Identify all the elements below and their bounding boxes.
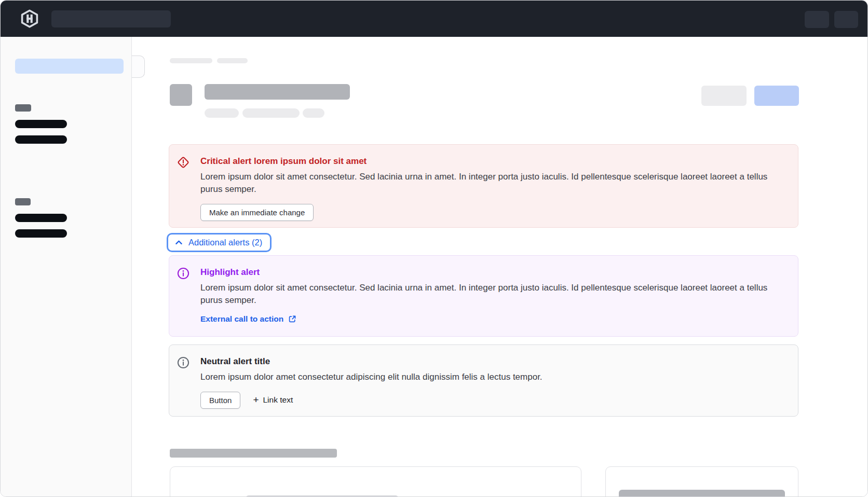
navbar-action-skeleton-2[interactable]: [834, 11, 858, 28]
card-bar-skeleton-2: [619, 490, 785, 497]
page-icon-skeleton: [170, 84, 192, 106]
alert-diamond-icon: [177, 156, 190, 169]
highlight-alert-external-link[interactable]: External call to action: [200, 314, 296, 324]
critical-alert-content: Critical alert lorem ipsum dolor sit ame…: [200, 155, 784, 221]
primary-action-button-skeleton[interactable]: [754, 86, 799, 106]
highlight-alert-body: Lorem ipsum dolor sit amet consectetur. …: [200, 282, 784, 306]
breadcrumb-skeleton-1: [170, 58, 212, 63]
external-link-icon: [288, 315, 296, 323]
sidebar-nav-item-skeleton-4[interactable]: [15, 229, 67, 238]
sidebar-section-label-skeleton-2: [15, 198, 31, 205]
sidebar-active-item-skeleton[interactable]: [15, 59, 124, 74]
breadcrumb-skeleton-2: [217, 58, 248, 63]
highlight-alert: Highlight alert Lorem ipsum dolor sit am…: [169, 255, 798, 337]
additional-alerts-toggle[interactable]: Additional alerts (2): [167, 233, 272, 252]
main-content: Critical alert lorem ipsum dolor sit ame…: [132, 37, 868, 497]
sidebar-collapse-handle[interactable]: [132, 56, 145, 78]
content-card-skeleton-2: [605, 466, 798, 497]
plus-icon: +: [253, 396, 259, 404]
critical-alert-body: Lorem ipsum dolor sit amet consectetur. …: [200, 171, 784, 195]
highlight-alert-link-label: External call to action: [200, 314, 283, 324]
info-circle-icon: [177, 267, 190, 280]
page-meta-skeleton-3: [303, 108, 324, 118]
additional-alerts-toggle-label: Additional alerts (2): [188, 238, 262, 247]
neutral-alert: Neutral alert title Lorem ipsum dolor am…: [169, 344, 798, 417]
neutral-alert-actions: Button + Link text: [200, 392, 784, 409]
neutral-alert-content: Neutral alert title Lorem ipsum dolor am…: [200, 355, 784, 409]
content-card-skeleton-1: [170, 466, 581, 497]
sidebar-nav-item-skeleton-3[interactable]: [15, 214, 67, 222]
page-meta-skeleton-2: [242, 108, 300, 118]
critical-alert-title: Critical alert lorem ipsum dolor sit ame…: [200, 155, 784, 168]
search-input-skeleton[interactable]: [51, 10, 171, 27]
app-window: Critical alert lorem ipsum dolor sit ame…: [0, 0, 868, 497]
navbar-action-skeleton-1[interactable]: [805, 11, 829, 28]
neutral-alert-title: Neutral alert title: [200, 355, 784, 368]
sidebar-nav-item-skeleton-2[interactable]: [15, 135, 67, 144]
neutral-alert-body: Lorem ipsum dolor amet consectetur adipi…: [200, 371, 784, 383]
neutral-alert-button[interactable]: Button: [200, 392, 240, 409]
sidebar: [1, 37, 132, 497]
highlight-alert-title: Highlight alert: [200, 266, 784, 279]
sidebar-section-label-skeleton-1: [15, 104, 31, 112]
page-meta-skeleton-1: [205, 108, 239, 118]
chevron-up-icon: [174, 238, 183, 247]
page-title-skeleton: [205, 84, 350, 100]
alerts-region: Critical alert lorem ipsum dolor sit ame…: [169, 144, 798, 497]
sidebar-nav-item-skeleton-1[interactable]: [15, 120, 67, 128]
neutral-alert-link-label: Link text: [263, 395, 293, 405]
info-circle-icon: [177, 356, 190, 369]
highlight-alert-content: Highlight alert Lorem ipsum dolor sit am…: [200, 266, 784, 324]
critical-alert: Critical alert lorem ipsum dolor sit ame…: [169, 144, 798, 228]
secondary-action-button-skeleton[interactable]: [701, 86, 747, 106]
critical-alert-action-button[interactable]: Make an immediate change: [200, 204, 314, 221]
hashicorp-logo-icon: [20, 9, 39, 28]
section-title-skeleton: [170, 449, 337, 458]
top-navbar: [1, 1, 868, 37]
neutral-alert-link[interactable]: + Link text: [253, 395, 293, 405]
